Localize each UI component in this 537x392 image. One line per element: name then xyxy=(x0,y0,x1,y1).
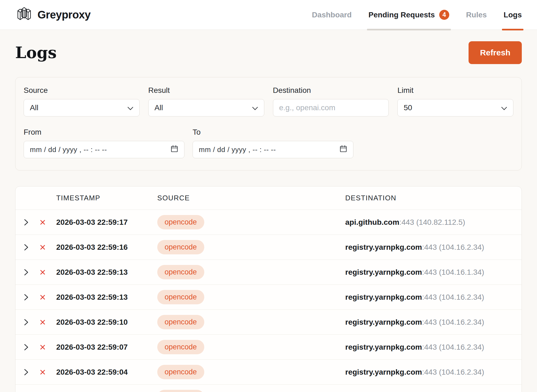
destination-host: registry.yarnpkg.com xyxy=(345,243,422,251)
destination-port: :443 xyxy=(422,318,437,326)
row-destination: registry.yarnpkg.com:443 (104.16.2.34) xyxy=(345,318,513,327)
calendar-icon[interactable] xyxy=(171,145,178,154)
row-destination: registry.yarnpkg.com:443 (104.16.2.34) xyxy=(345,293,513,302)
destination-host: api.github.com xyxy=(345,218,399,226)
destination-port: :443 xyxy=(422,343,437,351)
row-destination: registry.yarnpkg.com:443 (104.16.2.34) xyxy=(345,343,513,352)
filter-result: Result All xyxy=(148,86,264,116)
filters-panel: Source All Result All Destinat xyxy=(15,77,522,170)
header-timestamp: TIMESTAMP xyxy=(56,194,154,202)
filter-source: Source All xyxy=(24,86,140,116)
greyproxy-logo-icon xyxy=(15,6,32,24)
logs-table: TIMESTAMP SOURCE DESTINATION 2026-03-03 … xyxy=(15,186,522,392)
destination-host: registry.yarnpkg.com xyxy=(345,368,422,376)
destination-label: Destination xyxy=(273,86,389,95)
limit-label: Limit xyxy=(397,86,513,95)
row-timestamp: 2026-03-03 22:59:13 xyxy=(56,293,154,302)
nav-label: Pending Requests xyxy=(369,11,435,19)
table-row: 2026-03-03 22:59:10 opencode registry.ya… xyxy=(15,310,522,335)
page: Greyproxy Dashboard Pending Requests 4 R… xyxy=(0,0,537,392)
result-select[interactable]: All xyxy=(148,99,264,116)
delete-row-button[interactable] xyxy=(40,217,50,227)
expand-row-button[interactable] xyxy=(24,367,33,377)
result-label: Result xyxy=(148,86,264,95)
row-timestamp: 2026-03-03 22:59:10 xyxy=(56,318,154,327)
brand-name: Greyproxy xyxy=(37,9,91,21)
source-badge: opencode xyxy=(157,315,204,329)
from-label: From xyxy=(24,128,184,137)
row-destination: registry.yarnpkg.com:443 (104.16.2.34) xyxy=(345,368,513,377)
nav-label: Dashboard xyxy=(312,11,351,19)
expand-row-button[interactable] xyxy=(24,292,33,302)
limit-select[interactable]: 50 xyxy=(397,99,513,116)
row-timestamp: 2026-03-03 22:59:16 xyxy=(56,243,154,252)
limit-select-value: 50 xyxy=(404,103,412,112)
filter-destination: Destination xyxy=(273,86,389,116)
to-datetime-value: mm / dd / yyyy , -- : -- -- xyxy=(199,146,276,154)
source-badge: opencode xyxy=(157,215,204,229)
expand-row-button[interactable] xyxy=(24,317,33,327)
source-badge: opencode xyxy=(157,290,204,304)
source-badge: opencode xyxy=(157,340,204,354)
header-source: SOURCE xyxy=(157,194,342,202)
row-destination: registry.yarnpkg.com:443 (104.16.2.34) xyxy=(345,243,513,252)
brand: Greyproxy xyxy=(15,0,91,30)
row-timestamp: 2026-03-03 22:59:13 xyxy=(56,268,154,277)
nav-item-logs[interactable]: Logs xyxy=(504,0,522,30)
expand-row-button[interactable] xyxy=(24,242,33,252)
app-header: Greyproxy Dashboard Pending Requests 4 R… xyxy=(0,0,537,30)
result-select-value: All xyxy=(155,103,163,112)
to-label: To xyxy=(193,128,353,137)
row-timestamp: 2026-03-03 22:59:17 xyxy=(56,218,154,227)
page-title: Logs xyxy=(15,43,57,62)
delete-row-button[interactable] xyxy=(40,317,50,327)
table-row: 2026-03-03 22:59:16 opencode registry.ya… xyxy=(15,235,522,260)
destination-host: registry.yarnpkg.com xyxy=(345,343,422,351)
nav-item-rules[interactable]: Rules xyxy=(466,0,487,30)
nav-label: Logs xyxy=(504,11,522,19)
nav-label: Rules xyxy=(466,11,487,19)
chevron-down-icon xyxy=(252,103,258,112)
delete-row-button[interactable] xyxy=(40,367,50,377)
title-bar: Logs Refresh xyxy=(0,30,537,64)
nav-item-pending-requests[interactable]: Pending Requests 4 xyxy=(369,0,449,30)
expand-row-button[interactable] xyxy=(24,267,33,277)
chevron-down-icon xyxy=(501,103,507,112)
filter-limit: Limit 50 xyxy=(397,86,513,116)
destination-ip: (104.16.1.34) xyxy=(439,268,484,276)
refresh-button[interactable]: Refresh xyxy=(469,41,522,64)
source-badge: opencode xyxy=(157,240,204,254)
table-row: 2026-03-03 22:59:03 opencode registry.np… xyxy=(15,385,522,392)
from-datetime-input[interactable]: mm / dd / yyyy , -- : -- -- xyxy=(24,141,184,158)
source-label: Source xyxy=(24,86,140,95)
calendar-icon[interactable] xyxy=(340,145,347,154)
expand-row-button[interactable] xyxy=(24,342,33,352)
source-badge: opencode xyxy=(157,390,204,392)
destination-ip: (104.16.2.34) xyxy=(439,318,484,326)
destination-host: registry.yarnpkg.com xyxy=(345,318,422,326)
row-source-cell: opencode xyxy=(157,390,342,392)
to-datetime-input[interactable]: mm / dd / yyyy , -- : -- -- xyxy=(193,141,353,158)
filter-to: To mm / dd / yyyy , -- : -- -- xyxy=(193,128,353,158)
row-source-cell: opencode xyxy=(157,290,342,304)
filter-from: From mm / dd / yyyy , -- : -- -- xyxy=(24,128,184,158)
destination-port: :443 xyxy=(422,293,437,301)
chevron-down-icon xyxy=(127,103,133,112)
delete-row-button[interactable] xyxy=(40,292,50,302)
nav-item-dashboard[interactable]: Dashboard xyxy=(312,0,351,30)
table-row: 2026-03-03 22:59:13 opencode registry.ya… xyxy=(15,260,522,285)
expand-row-button[interactable] xyxy=(24,217,33,227)
row-timestamp: 2026-03-03 22:59:07 xyxy=(56,343,154,352)
destination-input[interactable] xyxy=(273,99,389,116)
delete-row-button[interactable] xyxy=(40,342,50,352)
destination-host: registry.yarnpkg.com xyxy=(345,268,422,276)
row-destination: registry.yarnpkg.com:443 (104.16.1.34) xyxy=(345,268,513,277)
delete-row-button[interactable] xyxy=(40,242,50,252)
delete-row-button[interactable] xyxy=(40,267,50,277)
source-badge: opencode xyxy=(157,265,204,279)
source-select[interactable]: All xyxy=(24,99,140,116)
table-body: 2026-03-03 22:59:17 opencode api.github.… xyxy=(15,210,522,392)
header-destination: DESTINATION xyxy=(345,194,513,202)
row-timestamp: 2026-03-03 22:59:04 xyxy=(56,368,154,377)
table-row: 2026-03-03 22:59:04 opencode registry.ya… xyxy=(15,360,522,385)
